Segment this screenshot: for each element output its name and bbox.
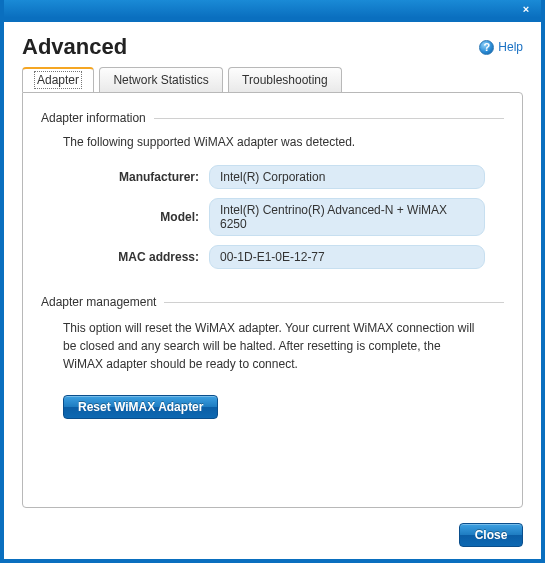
tab-label: Adapter	[36, 73, 80, 87]
value-manufacturer: Intel(R) Corporation	[209, 165, 485, 189]
tab-strip: Adapter Network Statistics Troubleshooti…	[22, 66, 523, 93]
close-icon[interactable]: ×	[519, 3, 533, 15]
section-title: Adapter management	[41, 295, 156, 309]
divider	[154, 118, 504, 119]
label-manufacturer: Manufacturer:	[41, 170, 209, 184]
row-manufacturer: Manufacturer: Intel(R) Corporation	[41, 165, 504, 189]
close-button[interactable]: Close	[459, 523, 523, 547]
reset-wimax-adapter-button[interactable]: Reset WiMAX Adapter	[63, 395, 218, 419]
adapter-management-section: Adapter management This option will rese…	[41, 295, 504, 419]
value-mac: 00-1D-E1-0E-12-77	[209, 245, 485, 269]
header-row: Advanced ? Help	[22, 34, 523, 60]
row-model: Model: Intel(R) Centrino(R) Advanced-N +…	[41, 198, 504, 236]
label-model: Model:	[41, 210, 209, 224]
tab-troubleshooting[interactable]: Troubleshooting	[228, 67, 342, 92]
section-title: Adapter information	[41, 111, 146, 125]
tab-network-statistics[interactable]: Network Statistics	[99, 67, 222, 92]
dialog-footer: Close	[459, 523, 523, 547]
help-label: Help	[498, 40, 523, 54]
divider	[164, 302, 504, 303]
title-bar: ×	[4, 0, 541, 22]
adapter-info-intro: The following supported WiMAX adapter wa…	[63, 135, 504, 149]
tab-adapter[interactable]: Adapter	[22, 67, 94, 92]
help-link[interactable]: ? Help	[479, 40, 523, 55]
adapter-info-heading: Adapter information	[41, 111, 504, 125]
content-area: Advanced ? Help Adapter Network Statisti…	[4, 22, 541, 521]
page-title: Advanced	[22, 34, 127, 60]
value-model: Intel(R) Centrino(R) Advanced-N + WiMAX …	[209, 198, 485, 236]
dialog-window: × Advanced ? Help Adapter Network Statis…	[0, 0, 545, 563]
row-mac: MAC address: 00-1D-E1-0E-12-77	[41, 245, 504, 269]
label-mac: MAC address:	[41, 250, 209, 264]
tab-pane-adapter: Adapter information The following suppor…	[22, 92, 523, 508]
adapter-mgmt-desc: This option will reset the WiMAX adapter…	[63, 319, 483, 373]
tab-label: Network Statistics	[113, 73, 208, 87]
reset-button-wrap: Reset WiMAX Adapter	[63, 395, 504, 419]
help-icon: ?	[479, 40, 494, 55]
tab-label: Troubleshooting	[242, 73, 328, 87]
adapter-mgmt-heading: Adapter management	[41, 295, 504, 309]
